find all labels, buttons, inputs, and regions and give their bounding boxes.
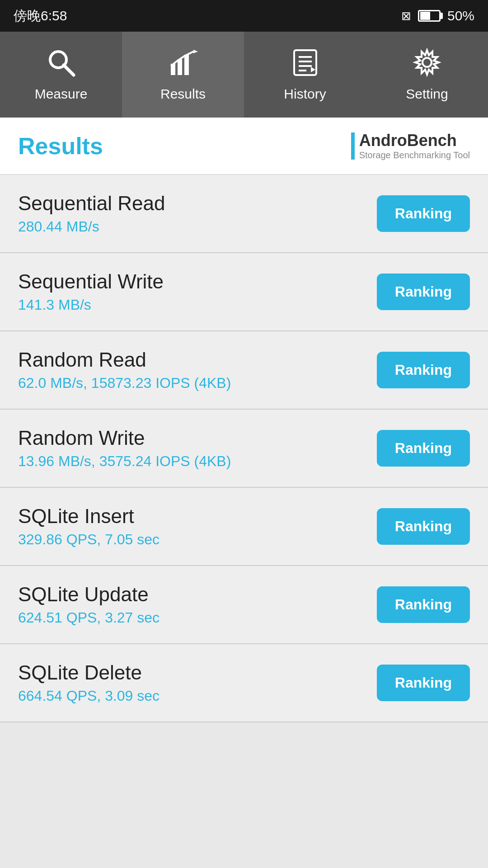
tab-results[interactable]: Results	[122, 32, 244, 118]
svg-rect-3	[178, 59, 182, 75]
result-row-sequential-read: Sequential Read 280.44 MB/s Ranking	[0, 175, 488, 253]
status-bar: 傍晚6:58 ⊠ 50%	[0, 0, 488, 32]
svg-point-12	[422, 58, 432, 67]
result-value-0: 280.44 MB/s	[18, 218, 377, 235]
brand-name: AndroBench	[359, 131, 470, 150]
svg-rect-4	[184, 55, 189, 75]
tab-measure-label: Measure	[35, 86, 88, 102]
svg-line-1	[64, 65, 74, 75]
brand-subtitle: Storage Benchmarking Tool	[359, 150, 470, 160]
ranking-btn-4[interactable]: Ranking	[377, 508, 470, 545]
ranking-btn-1[interactable]: Ranking	[377, 274, 470, 310]
sim-icon: ⊠	[401, 9, 411, 23]
result-name-1: Sequential Write	[18, 270, 377, 293]
result-name-4: SQLite Insert	[18, 505, 377, 528]
result-value-1: 141.3 MB/s	[18, 297, 377, 313]
ranking-btn-0[interactable]: Ranking	[377, 195, 470, 232]
result-info-sqlite-insert: SQLite Insert 329.86 QPS, 7.05 sec	[18, 505, 377, 548]
ranking-btn-6[interactable]: Ranking	[377, 665, 470, 701]
result-value-4: 329.86 QPS, 7.05 sec	[18, 531, 377, 548]
result-value-5: 624.51 QPS, 3.27 sec	[18, 609, 377, 626]
results-header: Results AndroBench Storage Benchmarking …	[0, 118, 488, 175]
ranking-btn-3[interactable]: Ranking	[377, 430, 470, 467]
result-name-5: SQLite Update	[18, 583, 377, 606]
battery-percent: 50%	[447, 8, 474, 24]
result-value-2: 62.0 MB/s, 15873.23 IOPS (4KB)	[18, 375, 377, 392]
tab-history-label: History	[284, 86, 326, 102]
brand-accent-bar	[351, 132, 355, 160]
page-title: Results	[18, 132, 103, 160]
tab-measure[interactable]: Measure	[0, 32, 122, 118]
brand-name-part1: Andro	[359, 131, 407, 150]
result-name-0: Sequential Read	[18, 192, 377, 215]
tab-setting[interactable]: Setting	[366, 32, 488, 118]
brand-logo: AndroBench Storage Benchmarking Tool	[351, 131, 470, 160]
battery-indicator	[418, 10, 441, 22]
results-icon	[169, 48, 198, 82]
brand-name-part2: Bench	[407, 131, 457, 150]
tab-history[interactable]: History	[244, 32, 366, 118]
result-info-sqlite-delete: SQLite Delete 664.54 QPS, 3.09 sec	[18, 661, 377, 704]
result-value-6: 664.54 QPS, 3.09 sec	[18, 688, 377, 704]
result-row-random-write: Random Write 13.96 MB/s, 3575.24 IOPS (4…	[0, 410, 488, 488]
result-value-3: 13.96 MB/s, 3575.24 IOPS (4KB)	[18, 453, 377, 470]
result-row-sqlite-update: SQLite Update 624.51 QPS, 3.27 sec Ranki…	[0, 566, 488, 644]
svg-marker-11	[311, 67, 315, 72]
result-info-random-write: Random Write 13.96 MB/s, 3575.24 IOPS (4…	[18, 427, 377, 470]
history-icon	[291, 48, 320, 82]
result-info-sqlite-update: SQLite Update 624.51 QPS, 3.27 sec	[18, 583, 377, 626]
measure-icon	[47, 48, 76, 82]
result-name-2: Random Read	[18, 349, 377, 371]
tab-setting-label: Setting	[406, 86, 448, 102]
navigation-tabs: Measure Results History	[0, 32, 488, 118]
svg-marker-5	[193, 50, 198, 53]
ranking-btn-2[interactable]: Ranking	[377, 352, 470, 388]
brand-text: AndroBench Storage Benchmarking Tool	[359, 131, 470, 160]
result-name-3: Random Write	[18, 427, 377, 449]
ranking-btn-5[interactable]: Ranking	[377, 586, 470, 623]
status-right: ⊠ 50%	[401, 8, 474, 24]
result-info-sequential-write: Sequential Write 141.3 MB/s	[18, 270, 377, 313]
result-row-sequential-write: Sequential Write 141.3 MB/s Ranking	[0, 253, 488, 331]
result-row-random-read: Random Read 62.0 MB/s, 15873.23 IOPS (4K…	[0, 331, 488, 410]
result-info-random-read: Random Read 62.0 MB/s, 15873.23 IOPS (4K…	[18, 349, 377, 392]
result-info-sequential-read: Sequential Read 280.44 MB/s	[18, 192, 377, 235]
setting-icon	[413, 48, 442, 82]
tab-results-label: Results	[160, 86, 206, 102]
result-row-sqlite-delete: SQLite Delete 664.54 QPS, 3.09 sec Ranki…	[0, 644, 488, 722]
time-display: 傍晚6:58	[14, 7, 67, 25]
results-list: Sequential Read 280.44 MB/s Ranking Sequ…	[0, 175, 488, 722]
result-row-sqlite-insert: SQLite Insert 329.86 QPS, 7.05 sec Ranki…	[0, 488, 488, 566]
result-name-6: SQLite Delete	[18, 661, 377, 684]
